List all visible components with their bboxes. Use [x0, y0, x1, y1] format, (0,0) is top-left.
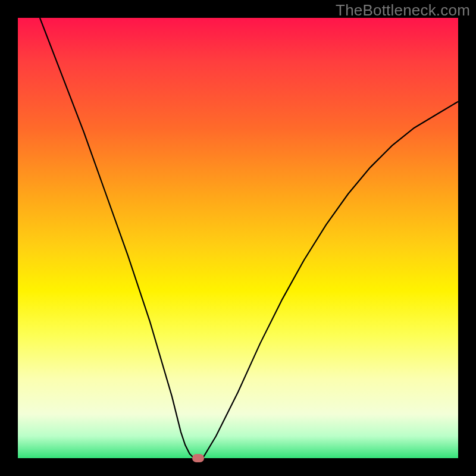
minimum-marker [192, 454, 204, 462]
watermark-text: TheBottleneck.com [336, 1, 470, 20]
curve-svg [18, 18, 458, 458]
plot-area [18, 18, 458, 458]
curve-path [40, 18, 458, 458]
